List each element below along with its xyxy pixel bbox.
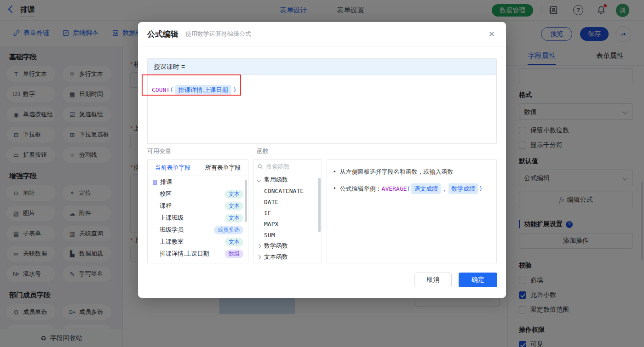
functions-label: 函数 (257, 147, 269, 155)
help-line-1: • 从左侧面板选择字段名和函数，或输入函数 (334, 167, 490, 176)
variable-row[interactable]: 上课教室文本 (148, 236, 248, 248)
formula-help-panel: • 从左侧面板选择字段名和函数，或输入函数 • 公式编辑举例：AVERAGE(语… (327, 159, 497, 263)
variable-row[interactable]: 课程文本 (148, 200, 248, 212)
type-badge: 文本 (225, 214, 243, 222)
functions-panel: 常用函数 CONCATENATE DATE IF MAPX SUM 数学函数 文… (253, 159, 322, 263)
function-search[interactable] (253, 159, 322, 174)
function-item[interactable]: CONCATENATE (253, 185, 322, 196)
function-item[interactable]: IF (253, 207, 322, 218)
type-badge: 成员多选 (214, 226, 243, 234)
search-icon (257, 164, 263, 170)
formula-target: 授课课时 = (148, 59, 496, 75)
formula-editor-modal: 公式编辑 使用数学运算符编辑公式 ✕ 授课课时 = COUNT(排课详情.上课日… (138, 22, 506, 298)
modal-subtitle: 使用数学运算符编辑公式 (185, 30, 251, 38)
app-window: 排课 表单设计 表单设置 数据管理 ? 训 表单外链 后端脚本 数据权 预览 (0, 0, 644, 347)
variables-panel: 当前表单字段 所有表单字段 ▤ 排课 校区文本 课程文本 上课班级文本 班级学员… (147, 159, 248, 263)
chevron-right-icon (257, 244, 261, 248)
function-group-math[interactable]: 数学函数 (253, 240, 322, 251)
example-field-token: 语文成绩 (411, 183, 441, 194)
variables-label: 可用变量 (147, 147, 171, 155)
cancel-button[interactable]: 取消 (414, 273, 452, 287)
formula-editor-box[interactable]: 授课课时 = COUNT(排课详情.上课日期) (147, 58, 497, 144)
tab-current-form-fields[interactable]: 当前表单字段 (148, 159, 198, 176)
function-group-text[interactable]: 文本函数 (253, 251, 322, 262)
example-function-name: AVERAGE (382, 185, 407, 192)
type-badge: 文本 (225, 190, 243, 199)
functions-scrollbar[interactable] (318, 178, 321, 232)
close-icon[interactable]: ✕ (489, 29, 495, 39)
variable-row[interactable]: 上课班级文本 (148, 212, 248, 224)
help-line-2: • 公式编辑举例：AVERAGE(语文成绩，数学成绩) (334, 183, 490, 194)
chevron-right-icon (257, 255, 261, 259)
example-field-token: 数学成绩 (448, 183, 478, 194)
variable-row[interactable]: 校区文本 (148, 188, 248, 200)
modal-header: 公式编辑 使用数学运算符编辑公式 (138, 22, 506, 46)
modal-title: 公式编辑 (147, 29, 178, 40)
function-item[interactable]: DATE (253, 196, 322, 207)
form-doc-icon: ▤ (152, 179, 157, 185)
formula-expression[interactable]: COUNT(排课详情.上课日期) (148, 75, 496, 95)
chevron-down-icon (257, 177, 261, 182)
tab-all-form-fields[interactable]: 所有表单字段 (198, 159, 248, 176)
type-badge: 文本 (225, 202, 243, 210)
type-badge: 数组 (225, 250, 243, 258)
confirm-button[interactable]: 确定 (459, 273, 497, 287)
variables-scrollbar[interactable] (245, 180, 247, 222)
variable-row[interactable]: 排课详情.上课日期数组 (148, 248, 248, 260)
field-token[interactable]: 排课详情.上课日期 (175, 85, 231, 95)
function-item[interactable]: SUM (253, 229, 322, 240)
function-group-common[interactable]: 常用函数 (253, 174, 322, 185)
variable-row[interactable]: 班级学员成员多选 (148, 224, 248, 236)
function-item[interactable]: MAPX (253, 218, 322, 229)
type-badge: 文本 (225, 238, 243, 246)
function-name: COUNT (152, 86, 170, 93)
variables-tree-root[interactable]: ▤ 排课 (148, 176, 248, 188)
function-search-input[interactable] (266, 163, 312, 170)
variables-tabs: 当前表单字段 所有表单字段 (148, 159, 248, 176)
